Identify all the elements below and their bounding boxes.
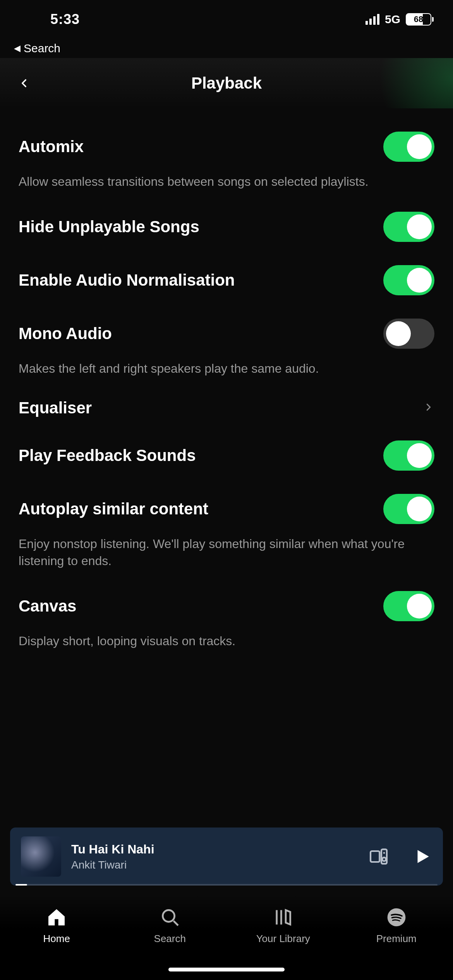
setting-desc: Display short, looping visuals on tracks… [19,633,434,660]
library-icon [272,906,294,928]
setting-row-feedback: Play Feedback Sounds [19,429,434,482]
svg-point-2 [383,852,385,854]
now-playing-title: Tu Hai Ki Nahi [71,842,358,857]
tab-library[interactable]: Your Library [226,906,340,945]
battery-indicator: 68 [406,13,434,26]
tab-label: Your Library [256,933,310,945]
album-art [21,836,61,877]
now-playing-artist: Ankit Tiwari [71,859,358,871]
tab-home[interactable]: Home [0,906,113,945]
status-bar: 5:33 5G 68 [0,0,453,39]
spotify-icon [386,906,407,928]
svg-point-5 [163,910,174,922]
chevron-right-icon [423,401,434,415]
svg-marker-4 [418,850,429,863]
now-playing-bar[interactable]: Tu Hai Ki Nahi Ankit Tiwari [10,828,443,886]
setting-row-normalisation: Enable Audio Normalisation [19,254,434,307]
home-icon [46,906,67,928]
toggle-feedback[interactable] [383,440,434,471]
toggle-canvas[interactable] [383,591,434,621]
setting-label: Autoplay similar content [19,500,208,518]
setting-row-hide-unplayable: Hide Unplayable Songs [19,200,434,254]
toggle-mono[interactable] [383,319,434,349]
toggle-hide-unplayable[interactable] [383,212,434,242]
toggle-automix[interactable] [383,132,434,162]
setting-label: Canvas [19,597,76,615]
devices-icon [368,846,390,867]
play-button[interactable] [413,847,432,866]
setting-label: Mono Audio [19,324,112,343]
setting-row-canvas: Canvas [19,579,434,633]
tab-label: Premium [376,933,417,945]
setting-label: Automix [19,137,84,156]
breadcrumb-label: Search [24,42,60,55]
tab-bar: Home Search Your Library Premium [0,895,453,980]
setting-desc: Allow seamless transitions between songs… [19,173,434,200]
svg-line-6 [173,921,178,925]
chevron-left-icon [17,77,31,90]
playback-progress [15,884,27,886]
breadcrumb-back[interactable]: ◀ Search [0,39,453,58]
settings-list: Automix Allow seamless transitions betwe… [0,108,453,828]
svg-point-3 [382,857,386,861]
network-type: 5G [385,13,400,26]
setting-row-equaliser[interactable]: Equaliser [19,387,434,429]
setting-row-automix: Automix [19,120,434,173]
setting-desc: Enjoy nonstop listening. We'll play some… [19,536,434,579]
tab-search[interactable]: Search [113,906,227,945]
tab-label: Home [43,933,70,945]
back-button[interactable] [12,72,36,95]
status-time: 5:33 [19,11,80,27]
toggle-autoplay[interactable] [383,494,434,524]
setting-row-autoplay: Autoplay similar content [19,482,434,536]
back-triangle-icon: ◀ [14,43,21,53]
cellular-signal-icon [365,14,379,25]
page-title: Playback [191,74,262,93]
svg-rect-0 [371,851,379,862]
setting-label: Play Feedback Sounds [19,446,196,465]
setting-desc: Makes the left and right speakers play t… [19,360,434,387]
toggle-normalisation[interactable] [383,265,434,295]
devices-button[interactable] [368,846,390,867]
home-indicator [168,968,285,971]
setting-label: Equaliser [19,399,92,417]
setting-label: Hide Unplayable Songs [19,218,199,236]
setting-label: Enable Audio Normalisation [19,271,235,290]
play-icon [413,847,432,866]
page-header: Playback [0,58,453,108]
tab-premium[interactable]: Premium [340,906,453,945]
setting-row-mono: Mono Audio [19,307,434,360]
tab-label: Search [154,933,186,945]
search-icon [159,906,181,928]
